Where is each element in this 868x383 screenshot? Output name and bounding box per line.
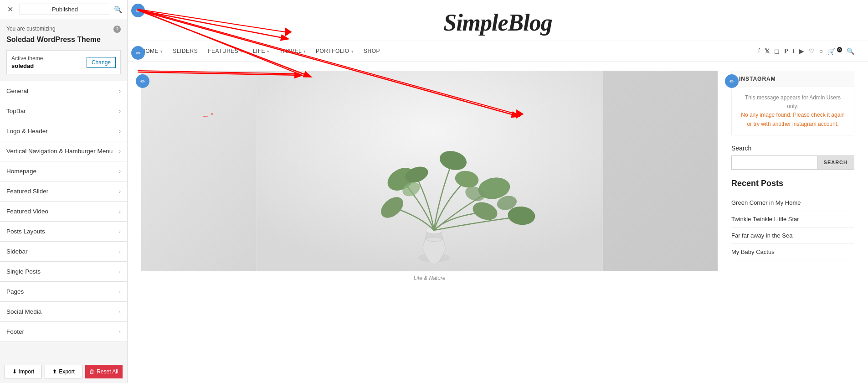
site-content: ✏ — [128, 62, 868, 294]
change-theme-button[interactable]: Change — [87, 57, 116, 68]
chevron-icon: › — [119, 128, 121, 135]
nav-life[interactable]: LIFE ▾ — [253, 48, 270, 54]
chevron-icon: › — [119, 248, 121, 255]
content-sidebar: ✏ INSTAGRAM This message appears for Adm… — [731, 71, 854, 285]
active-theme-name: soledad — [11, 62, 43, 69]
nav-item-label: Posts Layouts — [6, 228, 45, 235]
search-input[interactable] — [731, 155, 817, 170]
nav-item-sidebar[interactable]: Sidebar› — [0, 242, 127, 262]
chevron-icon: › — [119, 228, 121, 235]
chevron-icon: › — [119, 108, 121, 114]
recent-post-item[interactable]: My Baby Cactus — [731, 244, 854, 260]
export-button[interactable]: ⬆ Export — [45, 365, 82, 378]
content-pencil-icon[interactable]: ✏ — [136, 74, 149, 88]
nav-item-social-media[interactable]: Social Media› — [0, 302, 127, 322]
reset-icon: 🗑 — [89, 368, 95, 375]
close-button[interactable]: ✕ — [5, 3, 16, 16]
chevron-icon: › — [119, 269, 121, 275]
customizing-label: You are customizing — [6, 26, 56, 32]
circle-icon[interactable]: ○ — [819, 47, 823, 55]
nav-item-label: Logo & Header — [6, 128, 48, 135]
top-pencil-icon[interactable]: ✏ — [131, 4, 145, 17]
error-message: No any image found. Please check it agai… — [739, 111, 847, 128]
left-panel: ✕ Published 🔍 You are customizing ? Sole… — [0, 0, 128, 383]
chevron-icon: › — [119, 289, 121, 295]
help-icon[interactable]: ? — [113, 26, 121, 33]
content-main: ✏ — [141, 71, 718, 285]
nav-item-topbar[interactable]: TopBar› — [0, 101, 127, 121]
instagram-pencil-icon[interactable]: ✏ — [725, 74, 739, 88]
site-nav: HOME ▾ SLIDERS FEATURES ▾ LIFE ▾ TRAVEL … — [128, 41, 868, 62]
nav-item-label: General — [6, 88, 28, 94]
post-caption: Life & Nature — [141, 271, 718, 285]
recent-posts-section: Recent Posts Green Corner in My HomeTwin… — [731, 179, 854, 260]
chevron-icon: › — [119, 168, 121, 175]
tumblr-icon[interactable]: t — [793, 47, 795, 55]
active-theme-box: Active theme soledad Change — [6, 50, 121, 74]
nav-item-pages[interactable]: Pages› — [0, 282, 127, 302]
nav-item-label: Single Posts — [6, 268, 41, 275]
nav-links: HOME ▾ SLIDERS FEATURES ▾ LIFE ▾ TRAVEL … — [141, 48, 380, 54]
instagram-icon[interactable]: ◻ — [774, 47, 780, 55]
site-header: SimpleBlog — [128, 0, 868, 41]
panel-footer: ⬇ Import ⬆ Export 🗑 Reset All — [0, 360, 127, 383]
reset-button[interactable]: 🗑 Reset All — [85, 365, 123, 378]
nav-item-featured-slider[interactable]: Featured Slider› — [0, 181, 127, 202]
chevron-icon: › — [119, 309, 121, 315]
site-search-icon[interactable]: 🔍 — [847, 47, 854, 55]
nav-item-featured-video[interactable]: Featured Video› — [0, 202, 127, 222]
customizing-info: You are customizing ? — [0, 19, 127, 36]
nav-item-label: TopBar — [6, 108, 26, 114]
recent-posts-title: Recent Posts — [731, 179, 854, 188]
recent-posts-list: Green Corner in My HomeTwinkle Twinkle L… — [731, 195, 854, 260]
twitter-icon[interactable]: 𝕏 — [765, 47, 770, 55]
social-icons: f 𝕏 ◻ 𝐏 t ▶ ♡ ○ 🛒 0 🔍 — [758, 47, 854, 55]
search-submit-button[interactable]: SEARCH — [817, 155, 854, 170]
nav-item-label: Social Media — [6, 308, 41, 315]
nav-item-homepage[interactable]: Homepage› — [0, 161, 127, 181]
site-preview[interactable]: ✏ SimpleBlog ✏ HOME ▾ SLIDERS FEATURES ▾… — [128, 0, 868, 383]
recent-post-item[interactable]: Twinkle Twinkle Little Star — [731, 211, 854, 228]
import-label: Import — [19, 368, 34, 375]
admin-message: This message appears for Admin Users onl… — [739, 93, 847, 111]
instagram-section: INSTAGRAM This message appears for Admin… — [731, 71, 854, 135]
export-label: Export — [59, 368, 75, 375]
instagram-message: This message appears for Admin Users onl… — [732, 87, 854, 135]
export-icon: ⬆ — [52, 368, 57, 375]
nav-features[interactable]: FEATURES ▾ — [208, 48, 242, 54]
nav-item-label: Pages — [6, 288, 24, 295]
nav-item-logo-header[interactable]: Logo & Header› — [0, 121, 127, 141]
nav-item-label: Sidebar — [6, 248, 28, 255]
nav-item-footer[interactable]: Footer› — [0, 322, 127, 342]
reset-label: Reset All — [97, 368, 118, 375]
nav-portfolio[interactable]: PORTFOLIO ▾ — [316, 48, 354, 54]
site-logo: SimpleBlog — [128, 9, 868, 36]
nav-item-label: Featured Video — [6, 208, 48, 215]
search-section: Search SEARCH — [731, 145, 854, 170]
chevron-icon: › — [119, 208, 121, 215]
featured-image — [141, 71, 718, 271]
instagram-title: INSTAGRAM — [739, 76, 776, 82]
nav-item-single-posts[interactable]: Single Posts› — [0, 262, 127, 282]
nav-sliders[interactable]: SLIDERS — [173, 48, 198, 54]
instagram-header: INSTAGRAM — [732, 71, 854, 87]
published-button[interactable]: Published — [20, 4, 110, 15]
recent-post-item[interactable]: Green Corner in My Home — [731, 195, 854, 211]
heart-icon[interactable]: ♡ — [809, 47, 815, 55]
nav-item-vertical-nav[interactable]: Vertical Navigation & Hamburger Menu› — [0, 141, 127, 161]
import-button[interactable]: ⬇ Import — [5, 365, 42, 378]
cart-icon[interactable]: 🛒 0 — [827, 47, 842, 55]
youtube-icon[interactable]: ▶ — [799, 47, 804, 55]
pinterest-icon[interactable]: 𝐏 — [784, 47, 788, 55]
nav-item-label: Featured Slider — [6, 188, 48, 195]
nav-item-general[interactable]: General› — [0, 81, 127, 101]
nav-shop[interactable]: SHOP — [364, 48, 380, 54]
nav-item-posts-layouts[interactable]: Posts Layouts› — [0, 222, 127, 242]
preview-area: ✏ SimpleBlog ✏ HOME ▾ SLIDERS FEATURES ▾… — [128, 0, 868, 383]
facebook-icon[interactable]: f — [758, 47, 760, 55]
search-button[interactable]: 🔍 — [114, 5, 123, 14]
nav-pencil-icon[interactable]: ✏ — [131, 46, 145, 60]
nav-travel[interactable]: TRAVEL ▾ — [279, 48, 306, 54]
recent-post-item[interactable]: Far far away in the Sea — [731, 228, 854, 244]
chevron-icon: › — [119, 329, 121, 335]
